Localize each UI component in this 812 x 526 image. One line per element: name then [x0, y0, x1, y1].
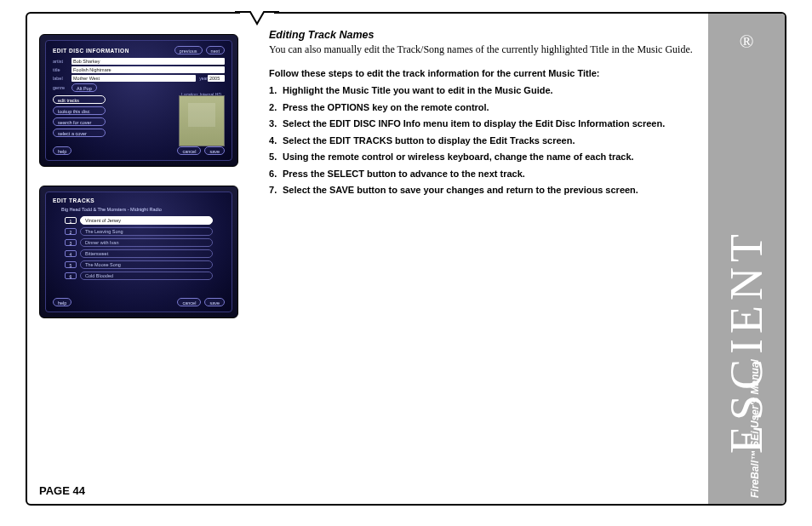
year-field[interactable]: 2005	[208, 75, 225, 82]
album-subtitle: Big Head Todd & The Monsters - Midnight …	[61, 207, 225, 212]
track-row[interactable]: 6Cold Blooded	[65, 272, 213, 280]
action-button[interactable]: lookup this disc	[53, 106, 106, 115]
title-field[interactable]: Foolish Nightmare	[71, 66, 225, 73]
cancel-button[interactable]: cancel	[177, 146, 201, 155]
step-item: Highlight the Music Title you want to ed…	[269, 83, 700, 98]
panel-title: EDIT DISC INFORMATION	[53, 48, 129, 54]
next-button[interactable]: next	[206, 46, 225, 54]
intro-paragraph: You can also manually edit the Track/Son…	[269, 43, 700, 56]
save-button[interactable]: save	[204, 146, 225, 155]
manual-subtitle: FireBall™ SEi User's Manual	[749, 359, 761, 498]
screenshot-edit-disc-info: EDIT DISC INFORMATION previous next arti…	[39, 34, 238, 167]
text-column: Editing Track Names You can also manuall…	[269, 29, 700, 197]
content-area: EDIT DISC INFORMATION previous next arti…	[39, 29, 700, 478]
step-item: Select the SAVE button to save your chan…	[269, 183, 700, 197]
genre-field[interactable]: Alt Pop	[71, 83, 97, 92]
panel-title: EDIT TRACKS	[53, 197, 94, 203]
step-item: Press the SELECT button to advance to th…	[269, 167, 700, 181]
manual-page: ® ESCIENT FireBall™ SEi User's Manual PA…	[26, 12, 786, 506]
track-number: 3	[65, 239, 77, 246]
help-button[interactable]: help	[53, 298, 71, 306]
track-row[interactable]: 3Dinner with Ivan	[65, 238, 213, 247]
album-cover	[179, 95, 225, 146]
track-name[interactable]: The Moose Song	[80, 260, 213, 269]
track-number: 2	[65, 228, 77, 235]
action-button[interactable]: search for cover	[53, 117, 106, 126]
section-heading: Editing Track Names	[269, 29, 700, 41]
track-row[interactable]: 4Bittersweet	[65, 249, 213, 258]
step-item: Select the EDIT TRACKS button to display…	[269, 134, 700, 148]
screenshot-edit-tracks: EDIT TRACKS Big Head Todd & The Monsters…	[39, 186, 238, 318]
page-notch	[240, 12, 274, 29]
track-row[interactable]: 2The Leaving Song	[65, 227, 213, 236]
track-number: 5	[65, 261, 77, 268]
step-item: Using the remote control or wireless key…	[269, 150, 700, 164]
registered-mark: ®	[740, 31, 754, 53]
track-name[interactable]: Dinner with Ivan	[80, 238, 213, 247]
action-button[interactable]: select a cover	[53, 129, 106, 137]
track-row[interactable]: 5The Moose Song	[65, 260, 213, 269]
action-button[interactable]: edit tracks	[53, 95, 106, 104]
track-number: 1	[65, 217, 77, 224]
track-name[interactable]: Bittersweet	[80, 249, 213, 258]
label-field[interactable]: Mother West	[71, 75, 196, 82]
track-name[interactable]: The Leaving Song	[80, 227, 213, 236]
artist-field[interactable]: Bob Sharkey	[71, 58, 225, 65]
page-number: PAGE 44	[39, 484, 85, 497]
save-button[interactable]: save	[204, 298, 225, 306]
cancel-button[interactable]: cancel	[177, 298, 201, 306]
brand-sidebar: ® ESCIENT FireBall™ SEi User's Manual	[708, 14, 785, 504]
help-button[interactable]: help	[53, 146, 71, 155]
brand-logo: ESCIENT	[720, 229, 773, 454]
track-row[interactable]: 1Vincent of Jersey	[65, 216, 213, 225]
step-item: Select the EDIT DISC INFO Info menu item…	[269, 117, 700, 131]
screenshot-column: EDIT DISC INFORMATION previous next arti…	[39, 29, 254, 337]
steps-list: Highlight the Music Title you want to ed…	[269, 83, 700, 197]
track-name[interactable]: Vincent of Jersey	[80, 216, 213, 225]
prev-button[interactable]: previous	[174, 46, 203, 54]
step-item: Press the OPTIONS key on the remote cont…	[269, 100, 700, 115]
track-name[interactable]: Cold Blooded	[80, 272, 213, 280]
track-number: 6	[65, 272, 77, 279]
track-number: 4	[65, 250, 77, 257]
steps-lead: Follow these steps to edit the track inf…	[269, 68, 700, 78]
